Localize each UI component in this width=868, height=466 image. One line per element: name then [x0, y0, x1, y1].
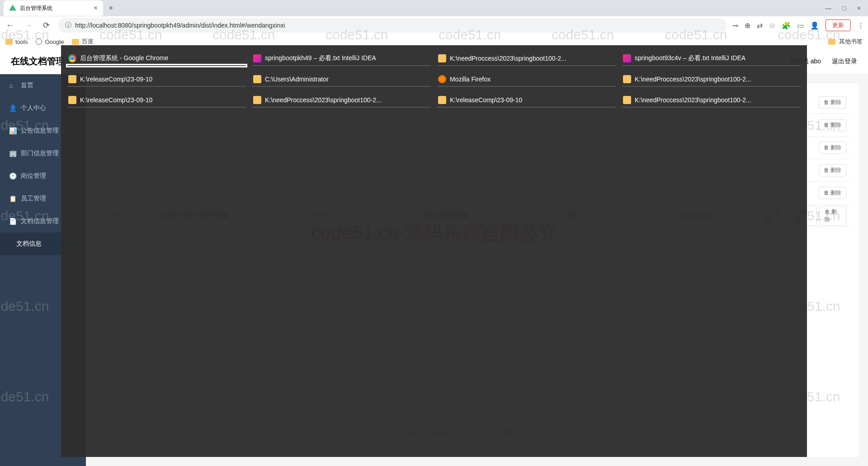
folder-icon: [68, 75, 76, 83]
folder-icon: [253, 96, 261, 104]
idea-icon: [253, 54, 261, 62]
delete-button[interactable]: 🗑 删除: [819, 187, 846, 199]
home-icon: ⌂: [9, 82, 16, 89]
delete-button[interactable]: 🗑 删除: [819, 164, 846, 176]
window-title: springbootpkh49 – 必看.txt IntelliJ IDEA: [265, 54, 376, 62]
url-input[interactable]: ⓘ http://localhost:8080/springbootpkh49/…: [58, 18, 727, 33]
favicon-vue-icon: [9, 5, 16, 12]
alttab-window-tile[interactable]: K:\needProccess\2023\springboot100-2...: [437, 52, 616, 66]
window-close-icon[interactable]: ×: [857, 5, 861, 12]
folder-icon: [438, 96, 446, 104]
chrome-icon: [68, 54, 76, 62]
window-preview: [67, 65, 246, 66]
window-title: K:\releaseComp\23-09-10: [80, 96, 152, 104]
bookmark-google[interactable]: Google: [36, 38, 64, 45]
window-preview: [622, 65, 801, 66]
new-tab-button[interactable]: +: [103, 4, 119, 13]
bookmark-icon[interactable]: ☆: [769, 21, 775, 30]
window-title: 后台管理系统 - Google Chrome: [80, 54, 168, 62]
window-title: K:\needProccess\2023\springboot100-2...: [450, 55, 566, 62]
alttab-overlay: 后台管理系统 - Google Chromespringbootpkh49 – …: [61, 45, 807, 457]
firefox-icon: [438, 75, 446, 83]
alttab-window-tile[interactable]: K:\releaseComp\23-09-10: [437, 93, 616, 108]
folder-icon: [828, 39, 835, 45]
tab-bar: 后台管理系统 × + — □ ×: [0, 0, 868, 16]
folder-icon: [438, 54, 446, 62]
bookmark-tools[interactable]: tools: [5, 38, 28, 45]
folder-icon: [253, 75, 261, 83]
alttab-window-tile[interactable]: springboot93c4v – 必看.txt IntelliJ IDEA: [622, 52, 801, 66]
window-title: K:\needProccess\2023\springboot100-2...: [635, 96, 751, 104]
minimize-icon[interactable]: —: [825, 5, 831, 12]
clock-icon: 🕐: [9, 172, 16, 180]
window-title: K:\needProccess\2023\springboot100-2...: [265, 96, 382, 104]
window-preview: [622, 107, 801, 108]
idea-icon: [623, 54, 631, 62]
alttab-window-tile[interactable]: K:\releaseComp\23-09-10: [67, 93, 246, 108]
window-title: K:\releaseComp\23-09-10: [80, 76, 152, 83]
alttab-window-tile[interactable]: springbootpkh49 – 必看.txt IntelliJ IDEA: [252, 52, 431, 66]
window-title: C:\Users\Administrator: [265, 76, 329, 83]
profile-icon[interactable]: 👤: [810, 21, 819, 30]
toolbar-right: ⊸ ⊕ ⇄ ☆ 🧩 ▭ 👤 更新 ⋮: [732, 19, 864, 31]
tab-title: 后台管理系统: [20, 5, 52, 12]
delete-button[interactable]: 🗑 删除: [819, 142, 846, 154]
folder-icon: [623, 96, 631, 104]
delete-button[interactable]: 🗑 删除: [819, 119, 846, 131]
globe-icon: [36, 38, 42, 45]
folder-icon: [5, 39, 13, 45]
info-icon: ⓘ: [65, 21, 71, 29]
chart-icon: 📊: [9, 127, 16, 134]
reload-button[interactable]: ⟳: [40, 19, 52, 32]
window-title: K:\releaseComp\23-09-10: [450, 96, 522, 104]
update-button[interactable]: 更新: [826, 19, 851, 31]
alttab-window-tile[interactable]: K:\needProccess\2023\springboot100-2...: [252, 93, 431, 108]
maximize-icon[interactable]: □: [842, 5, 846, 12]
key-icon[interactable]: ⊸: [732, 21, 738, 30]
window-preview: [252, 86, 431, 87]
window-preview: [437, 65, 616, 66]
folder-icon: [623, 75, 631, 83]
address-bar: ← → ⟳ ⓘ http://localhost:8080/springboot…: [0, 16, 868, 34]
doc-icon: 📄: [9, 218, 16, 225]
folder-icon: [72, 39, 79, 45]
translate-icon[interactable]: ⇄: [757, 21, 763, 30]
delete-button[interactable]: 🗑 删除: [819, 96, 846, 109]
window-preview: [437, 107, 616, 108]
folder-icon: [68, 96, 76, 104]
browser-tab[interactable]: 后台管理系统 ×: [4, 0, 103, 16]
bookmark-other[interactable]: 其他书签: [828, 38, 863, 46]
window-preview: [67, 86, 246, 87]
alttab-window-tile[interactable]: K:\needProccess\2023\springboot100-2...: [622, 93, 801, 108]
window-preview: [437, 86, 616, 87]
cursor-icon: ⬚: [416, 210, 423, 219]
user-icon: 👤: [9, 105, 16, 112]
window-title: Mozilla Firefox: [450, 76, 491, 83]
building-icon: 🏢: [9, 150, 16, 157]
delete-button[interactable]: 🗑 删除: [820, 206, 846, 226]
forward-button[interactable]: →: [22, 19, 34, 32]
url-text: http://localhost:8080/springbootpkh49/ad…: [75, 22, 285, 29]
alttab-window-tile[interactable]: Mozilla Firefox: [437, 72, 616, 87]
close-icon[interactable]: ×: [94, 4, 98, 12]
alttab-window-tile[interactable]: C:\Users\Administrator: [252, 72, 431, 87]
bookmark-baidu[interactable]: 百度: [72, 38, 94, 46]
alttab-window-tile[interactable]: K:\needProccess\2023\springboot100-2...: [622, 72, 801, 87]
extensions-icon[interactable]: 🧩: [782, 21, 791, 30]
window-preview: [252, 107, 431, 108]
back-button[interactable]: ←: [4, 19, 16, 32]
zoom-icon[interactable]: ⊕: [745, 21, 750, 30]
reading-list-icon[interactable]: ▭: [797, 21, 804, 30]
window-preview: [67, 107, 246, 108]
window-title: springboot93c4v – 必看.txt IntelliJ IDEA: [635, 54, 745, 62]
alttab-window-tile[interactable]: 后台管理系统 - Google Chrome: [67, 52, 246, 66]
window-title: K:\needProccess\2023\springboot100-2...: [635, 76, 751, 83]
browser-chrome: 后台管理系统 × + — □ × ← → ⟳ ⓘ http://localhos…: [0, 0, 868, 49]
window-preview: [252, 65, 431, 66]
alttab-window-tile[interactable]: K:\releaseComp\23-09-10: [67, 72, 246, 87]
logout-link[interactable]: 退出登录: [832, 57, 857, 66]
window-preview: [622, 86, 801, 87]
window-controls: — □ ×: [825, 5, 868, 12]
menu-icon[interactable]: ⋮: [857, 21, 864, 30]
staff-icon: 📋: [9, 195, 16, 202]
